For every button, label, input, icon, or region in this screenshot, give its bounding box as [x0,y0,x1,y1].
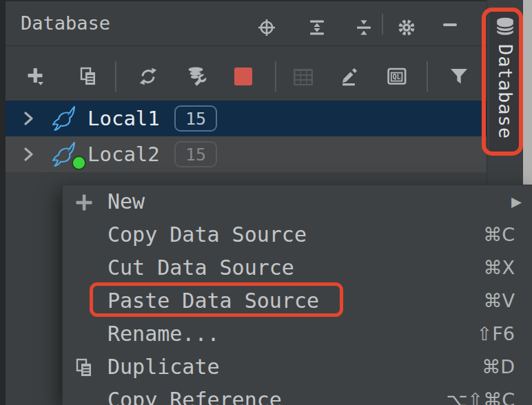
menu-item-shortcut: ⌘V [484,284,515,318]
menu-item-shortcut: ⌘X [484,251,515,284]
menu-item-shortcut: ⌘C [483,218,515,251]
gear-icon[interactable] [396,17,417,38]
collapse-all-icon[interactable] [354,18,374,37]
toolbar: QL [6,46,487,101]
database-stack-icon [493,16,517,39]
menu-item-label: Rename... [108,318,220,351]
chevron-right-icon[interactable] [21,147,36,162]
database-toolwindow-tab[interactable]: Database [489,8,521,156]
menu-item-new[interactable]: New ▶ [63,185,532,218]
refresh-icon[interactable] [138,66,158,87]
menu-item-copy-data-source[interactable]: Copy Data Source ⌘C [63,218,532,251]
new-datasource-icon[interactable] [25,66,46,87]
desktop-edge-strip [522,0,532,185]
menu-item-shortcut: ⌥⇧⌘C [446,384,515,405]
menu-item-label: Copy Reference [108,384,282,405]
stop-icon[interactable] [234,68,252,85]
menu-item-shortcut: ⌘D [482,351,515,384]
data-source-properties-icon[interactable] [186,66,207,87]
object-count-badge: 15 [174,141,217,167]
plus-icon [74,192,94,213]
duplicate-icon[interactable] [78,66,99,87]
toolbar-separator [115,61,116,92]
titlebar-separator [382,14,383,34]
menu-item-label: Cut Data Source [108,251,294,284]
tree-row-local1[interactable]: Local1 15 [6,101,487,136]
object-count-badge: 15 [174,105,217,132]
connected-indicator [72,156,86,170]
toolbar-separator [275,61,276,92]
chevron-right-icon[interactable] [21,111,36,126]
datasource-name[interactable]: Local2 [88,136,160,172]
toolwindow-tab-label: Database [489,44,521,153]
menu-item-copy-reference[interactable]: Copy Reference ⌥⇧⌘C [63,384,532,405]
toolwindow-stripe: Database [487,0,523,185]
expand-all-icon[interactable] [307,18,327,37]
menu-item-label: Duplicate [108,351,220,384]
edit-icon[interactable] [339,66,360,87]
menu-item-duplicate[interactable]: Duplicate ⌘D [63,351,532,384]
menu-item-paste-data-source[interactable]: Paste Data Source ⌘V [63,284,532,318]
menu-item-shortcut: ⇧F6 [477,318,515,351]
hide-icon[interactable] [442,23,458,27]
context-menu: New ▶ Copy Data Source ⌘C Cut Data Sourc… [62,185,532,405]
menu-item-label: New [108,185,145,218]
panel-title: Database [21,1,110,45]
titlebar: Database [6,1,487,46]
database-tool-window: Database [0,0,532,405]
copy-icon [74,357,94,378]
menu-item-rename[interactable]: Rename... ⇧F6 [63,318,532,351]
submenu-arrow-icon: ▶ [511,185,522,218]
menu-item-label: Copy Data Source [108,218,307,251]
ql-icon-label: QL [393,73,401,81]
ql-console-icon[interactable]: QL [387,66,407,87]
window-left-edge [0,0,6,405]
toolbar-separator [427,61,428,92]
table-view-icon[interactable] [293,68,314,89]
tree-row-local2[interactable]: Local2 15 [6,136,487,172]
filter-icon[interactable] [449,66,469,87]
mysql-dolphin-icon [50,103,80,134]
menu-item-label: Paste Data Source [108,284,319,318]
locate-icon[interactable] [257,18,276,37]
datasource-name[interactable]: Local1 [88,101,160,136]
menu-item-cut-data-source[interactable]: Cut Data Source ⌘X [63,251,532,284]
